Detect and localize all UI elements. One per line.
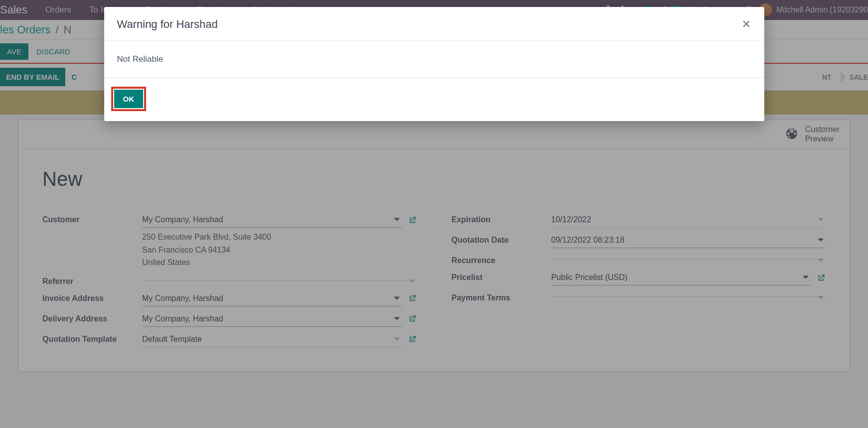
- modal-title: Warning for Harshad: [117, 18, 218, 31]
- ok-button-highlight: OK: [111, 87, 147, 111]
- modal-body: Not Reliable: [104, 40, 764, 78]
- close-icon[interactable]: [741, 19, 751, 30]
- warning-modal: Warning for Harshad Not Reliable OK: [104, 7, 764, 121]
- modal-overlay: Warning for Harshad Not Reliable OK: [0, 0, 868, 428]
- ok-button[interactable]: OK: [114, 90, 144, 108]
